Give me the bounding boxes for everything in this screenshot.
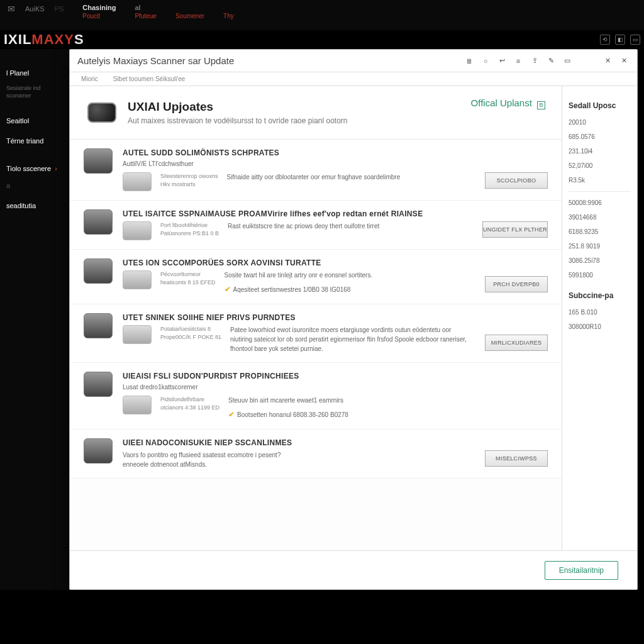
device-icon: [84, 438, 113, 464]
sidepanel-value: 6188.9235: [569, 228, 631, 235]
sidepanel-value: 52,07i00: [569, 162, 631, 169]
row-title: UIEAISI FSLI SUDON'PURDIST PROPINCHIEES: [123, 372, 548, 380]
row-title: UIEEI NADOCONISUKIE NIEP SSCANLINMES: [123, 438, 548, 447]
update-row: UTEL ISAITCE SSPNAIMAUSE PROAMVirire lif…: [70, 201, 562, 250]
close-icon-2[interactable]: ✕: [618, 55, 630, 67]
topbar-t1: PS: [55, 5, 64, 13]
topbar-brand: AuiKS: [25, 5, 45, 13]
subtitle-1[interactable]: Mioric: [81, 75, 98, 82]
row-desc: Sifnaide aitty oor dblootareter oor emur…: [227, 172, 466, 182]
update-row: UTET SNINEK SOIIHE NIEF PRIVS PURNDTES P…: [70, 304, 562, 363]
sidebar-item-4[interactable]: Tiolo sscenere: [0, 160, 69, 177]
row-meta: Port ltbooMihiérioePatüsnorere PS:B1 0 B: [160, 221, 219, 237]
device-icon: [84, 372, 113, 397]
row-action-button[interactable]: SCOCLPIOBO: [485, 172, 548, 189]
tr-icon-1[interactable]: ⟲: [600, 35, 610, 45]
dialog-titlebar: Autelyis Maxiays Scanner sar Update 🗎 ○ …: [70, 50, 637, 72]
update-row: AUTEL SUDD SOLIMÖNISTS SCHPRATES AuttilV…: [70, 140, 562, 201]
row-action-button[interactable]: MIRLICXUDIARES: [485, 335, 548, 351]
topbar-col4-a: [223, 4, 234, 11]
row-extra: Aqesiteet sertisnwestres 1/0B0 38 IG0168: [233, 286, 351, 293]
sidebar-item-5[interactable]: a: [0, 177, 69, 194]
hero-section: UXIAI Upjoates Aut maixes isstrevaion te…: [70, 86, 562, 140]
sidebar-item-3[interactable]: Térne triand: [0, 133, 69, 149]
subtitle-2[interactable]: Sibet tooumen Séiksuli'ee: [113, 75, 186, 82]
topbar-col2-b[interactable]: Pfuteue: [135, 13, 156, 19]
sidepanel-value: 39014668: [569, 214, 631, 221]
sidepanel-value: 231.10i4: [569, 148, 631, 155]
sidepanel-value: 3086.25i78: [569, 257, 631, 264]
row-meta: Potatiarloesiitctais 8Prope00C/K F POKE …: [160, 325, 221, 341]
row-desc: Rast euiktstscre tine ac priows deoy the…: [228, 221, 467, 231]
row-meta: Pidstlondelhrbareotcianors 4:38 1199 ED: [160, 396, 219, 411]
sidebar-item-6[interactable]: seaditutia: [0, 197, 69, 214]
titlebar-icon-min[interactable]: ▭: [562, 55, 573, 67]
topbar-col3-b[interactable]: Soumener: [175, 13, 204, 19]
topbar-col4-b[interactable]: Thy: [223, 13, 234, 19]
topright-icons: ⟲ ◧ ▭: [600, 35, 640, 45]
tr-icon-2[interactable]: ◧: [615, 35, 625, 45]
sidebar-item-panel[interactable]: l Planel: [0, 65, 69, 81]
hero-title: UXIAI Upjoates: [128, 100, 348, 114]
sidepanel-value2: 165 B.010: [569, 309, 631, 316]
row-action-button[interactable]: MISELCIWPSS: [485, 450, 548, 467]
close-icon-1[interactable]: ✕: [602, 55, 613, 67]
topbar-col1-a[interactable]: Chasining: [82, 4, 116, 11]
sidepanel-value2: 308000R10: [569, 323, 631, 330]
check-icon: ✔: [225, 285, 231, 294]
titlebar-icon-note[interactable]: ✎: [545, 55, 557, 67]
titlebar-icon-pin[interactable]: ⇪: [529, 55, 540, 67]
titlebar-icon-edit[interactable]: ↩: [496, 55, 508, 67]
dialog-footer: Ensitailaritnip: [70, 550, 637, 589]
dialog-subtitle: Mioric Sibet tooumen Séiksuli'ee: [70, 72, 637, 86]
install-button[interactable]: Ensitailaritnip: [545, 561, 618, 580]
update-row: UIEAISI FSLI SUDON'PURDIST PROPINCHIEES …: [70, 363, 562, 430]
titlebar-icon-menu[interactable]: ≡: [513, 55, 524, 67]
sidepanel-value: 20010: [569, 119, 631, 126]
device-icon: [84, 209, 113, 235]
app-topbar: ✉ AuiKS PS Chasining Poucit al Pfuteue S…: [0, 0, 644, 30]
titlebar-icon-doc[interactable]: 🗎: [464, 55, 475, 67]
sidepanel-title2: Subccine-pa: [569, 291, 631, 300]
sidebar-item-2[interactable]: Seaitlol: [0, 113, 69, 129]
topbar-col3-a: [175, 4, 204, 11]
row-desc: Sosite twart hil are tinlejt artry onr e…: [225, 270, 464, 280]
sidepanel-title: Sedall Uposc: [569, 101, 631, 110]
official-badge: Offical Uplanst B: [471, 97, 545, 109]
device-icon: [84, 258, 113, 284]
device-icon: [84, 148, 113, 174]
topbar-col1-b[interactable]: Poucit: [82, 13, 116, 19]
sidebar-item-1[interactable]: Sesiatrale ind sconamer: [0, 81, 69, 103]
scanner-device-icon: [87, 103, 116, 123]
update-row: UTES ION SCCOMPORÜES SORX AOVINSI TURATT…: [70, 250, 562, 304]
titlebar-icon-circle[interactable]: ○: [480, 55, 491, 67]
hero-subtitle: Aut maixes isstrevaion te vodéilsursst t…: [128, 116, 348, 125]
update-dialog: Autelyis Maxiays Scanner sar Update 🗎 ○ …: [69, 49, 638, 590]
sidepanel-value: 5991800: [569, 272, 631, 279]
row-action-button[interactable]: PRCH DVERPB0: [485, 276, 548, 292]
mail-icon: ✉: [8, 4, 15, 14]
badge-box-icon: B: [537, 101, 545, 109]
sidepanel-value: 50008:9906: [569, 199, 631, 206]
row-title: AUTEL SUDD SOLIMÖNISTS SCHPRATES: [123, 148, 548, 157]
product-thumb-icon: [123, 270, 152, 289]
update-row: UIEEI NADOCONISUKIE NIEP SSCANLINMES Vao…: [70, 430, 562, 479]
app-logo: IXILMAXYS: [4, 31, 84, 48]
row-subtitle: AuttilV/E LTI'cdchwsthuer: [123, 160, 548, 167]
sidepanel-value: 251.8 9019: [569, 243, 631, 250]
row-desc: Patee loworhiod ewot isuronitce moers et…: [230, 325, 469, 353]
product-thumb-icon: [123, 172, 152, 191]
sidepanel-value: 685.0576: [569, 133, 631, 140]
topbar-col2-a[interactable]: al: [135, 4, 156, 11]
row-title: UTET SNINEK SOIIHE NIEF PRIVS PURNDTES: [123, 313, 548, 322]
dialog-title: Autelyis Maxiays Scanner sar Update: [77, 55, 458, 66]
row-title: UTES ION SCCOMPORÜES SORX AOVINSI TURATT…: [123, 258, 548, 267]
tr-icon-3[interactable]: ▭: [630, 35, 640, 45]
row-desc: Vaors fo pontitro eg ffusieed ssatesst e…: [123, 450, 362, 469]
row-action-button[interactable]: UNGIDET FLX PLTHER: [482, 221, 548, 238]
side-summary-panel: Sedall Uposc 20010685.0576231.10i452,07i…: [562, 86, 637, 550]
row-meta: Siteesterenrop owoxnsHkv mostrarts: [160, 172, 218, 188]
row-extra: Bootsetten honanul 6808.38-260 B0278: [237, 411, 348, 418]
sidepanel-value: R3.5k: [569, 177, 631, 184]
device-icon: [84, 313, 113, 338]
